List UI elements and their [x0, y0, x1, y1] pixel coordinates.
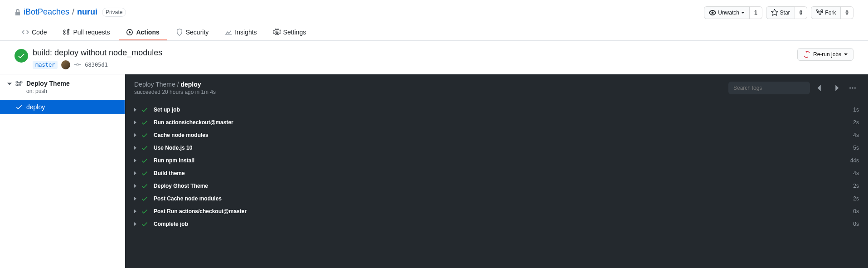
- watch-group: Unwatch 1: [704, 6, 762, 19]
- svg-point-1: [852, 87, 853, 88]
- run-meta: master 68305d1: [33, 60, 162, 69]
- check-icon: [15, 103, 23, 111]
- next-button[interactable]: [830, 82, 843, 94]
- search-logs-input[interactable]: [728, 82, 810, 94]
- tab-insights[interactable]: Insights: [218, 25, 264, 40]
- tab-code[interactable]: Code: [15, 25, 54, 40]
- log-status-line: succeeded 20 hours ago in 1m 4s: [134, 89, 216, 95]
- run-status-success-icon: [15, 49, 28, 63]
- caret-down-icon: [741, 11, 745, 15]
- step-row[interactable]: Deploy Ghost Theme2s: [131, 180, 863, 192]
- log-breadcrumb-job: deploy: [180, 81, 201, 88]
- check-icon: [141, 106, 148, 113]
- caret-down-icon: [844, 53, 848, 56]
- commit-icon: [74, 61, 81, 68]
- tab-pulls[interactable]: Pull requests: [56, 25, 117, 40]
- tab-pulls-label: Pull requests: [73, 29, 110, 36]
- code-icon: [22, 29, 29, 36]
- step-duration: 44s: [850, 157, 859, 164]
- graph-icon: [225, 29, 232, 36]
- svg-point-0: [849, 87, 851, 88]
- play-icon: [126, 29, 133, 36]
- step-duration: 2s: [853, 195, 859, 202]
- step-row[interactable]: Post Run actions/checkout@master0s: [131, 205, 863, 218]
- step-duration: 1s: [853, 107, 859, 113]
- step-duration: 0s: [853, 221, 859, 227]
- unwatch-button[interactable]: Unwatch: [704, 6, 750, 19]
- repo-name-link[interactable]: nurui: [77, 7, 97, 17]
- tab-code-label: Code: [32, 29, 47, 36]
- repo-owner-link[interactable]: iBotPeaches: [24, 7, 69, 17]
- step-duration: 5s: [853, 145, 859, 151]
- step-name: Deploy Ghost Theme: [154, 183, 208, 189]
- fork-count[interactable]: 0: [841, 6, 853, 19]
- check-icon: [141, 170, 148, 177]
- kebab-menu-button[interactable]: [846, 82, 859, 94]
- commit-sha[interactable]: 68305d1: [85, 62, 108, 68]
- svg-point-2: [854, 87, 856, 88]
- workflow-node[interactable]: Deploy Theme on: push: [0, 74, 125, 100]
- avatar[interactable]: [61, 60, 70, 69]
- step-row[interactable]: Complete job0s: [131, 218, 863, 230]
- step-row[interactable]: Build theme4s: [131, 167, 863, 180]
- disclosure-triangle-icon: [134, 222, 136, 226]
- jobs-sidebar: Deploy Theme on: push deploy: [0, 74, 125, 268]
- step-row[interactable]: Use Node.js 105s: [131, 141, 863, 154]
- workflow-name: Deploy Theme: [26, 80, 70, 87]
- tab-actions[interactable]: Actions: [119, 25, 166, 40]
- fork-button[interactable]: Fork: [811, 6, 841, 19]
- star-label: Star: [780, 8, 790, 17]
- job-name: deploy: [26, 103, 45, 111]
- step-duration: 0s: [853, 208, 859, 214]
- disclosure-triangle-icon: [134, 108, 136, 112]
- tab-insights-label: Insights: [235, 29, 257, 36]
- shield-icon: [176, 29, 183, 36]
- star-count[interactable]: 0: [795, 6, 808, 19]
- log-header: Deploy Theme / deploy succeeded 20 hours…: [125, 74, 868, 102]
- check-icon: [141, 144, 148, 151]
- tab-settings[interactable]: Settings: [266, 25, 314, 40]
- job-item-deploy[interactable]: deploy: [0, 100, 125, 114]
- rerun-jobs-button[interactable]: Re-run jobs: [797, 48, 853, 61]
- step-row[interactable]: Set up job1s: [131, 103, 863, 116]
- kebab-icon: [849, 85, 856, 91]
- repo-nav: Code Pull requests Actions Security Insi…: [15, 25, 853, 40]
- fork-label: Fork: [825, 8, 836, 17]
- step-row[interactable]: Cache node modules4s: [131, 129, 863, 141]
- tab-security[interactable]: Security: [169, 25, 216, 40]
- star-group: Star 0: [766, 6, 808, 19]
- lock-icon: [15, 9, 21, 16]
- step-row[interactable]: Post Cache node modules2s: [131, 192, 863, 205]
- check-icon: [141, 132, 148, 139]
- chevron-left-icon: [817, 85, 823, 91]
- run-title: build: deploy without node_modules: [33, 48, 162, 58]
- gear-icon: [273, 29, 281, 36]
- prev-button[interactable]: [814, 82, 826, 94]
- workflow-trigger: on: push: [26, 88, 70, 94]
- repo-title: iBotPeaches / nurui Private: [15, 7, 704, 17]
- disclosure-triangle-icon: [134, 171, 136, 175]
- step-name: Use Node.js 10: [154, 145, 192, 151]
- step-name: Run npm install: [154, 157, 194, 164]
- step-row[interactable]: Run actions/checkout@master2s: [131, 116, 863, 129]
- branch-label[interactable]: master: [33, 61, 58, 69]
- pull-request-icon: [63, 29, 70, 36]
- step-duration: 2s: [853, 119, 859, 126]
- log-breadcrumb-workflow: Deploy Theme: [134, 81, 175, 88]
- pagehead-actions: Unwatch 1 Star 0 Fork 0: [704, 6, 853, 19]
- watch-count[interactable]: 1: [750, 6, 762, 19]
- check-icon: [141, 119, 148, 126]
- step-duration: 2s: [853, 183, 859, 189]
- log-panel: Deploy Theme / deploy succeeded 20 hours…: [125, 74, 868, 268]
- workflow-run-header: build: deploy without node_modules maste…: [0, 41, 868, 74]
- disclosure-triangle-icon: [134, 184, 136, 188]
- step-duration: 4s: [853, 170, 859, 176]
- star-button[interactable]: Star: [766, 6, 795, 19]
- disclosure-triangle-icon: [134, 159, 136, 162]
- check-icon: [141, 157, 148, 164]
- tab-security-label: Security: [186, 29, 209, 36]
- check-icon: [141, 220, 148, 228]
- step-name: Post Run actions/checkout@master: [154, 208, 247, 214]
- step-name: Post Cache node modules: [154, 195, 222, 202]
- step-row[interactable]: Run npm install44s: [131, 154, 863, 167]
